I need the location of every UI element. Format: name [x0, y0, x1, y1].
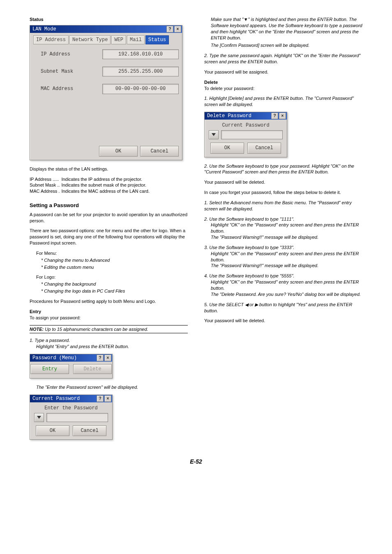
password-input[interactable] [221, 130, 283, 139]
delete-password-dialog: Delete Password ? × Current Password OK … [204, 112, 287, 157]
delete-password-title: Delete Password [207, 113, 271, 119]
menu-item-2: Editing the custom menu [44, 265, 94, 270]
current-password-dialog: Current Password ? × Enter the Password … [30, 395, 113, 440]
forgot-step-3: 3. Use the Software keyboard to type "33… [204, 245, 362, 269]
password-input[interactable] [46, 413, 108, 422]
note-box: NOTE: Up to 15 alphanumeric characters c… [30, 325, 188, 334]
entry-heading: Entry [30, 309, 188, 315]
lan-mode-ok-button[interactable]: OK [99, 146, 138, 157]
close-icon[interactable]: × [174, 26, 181, 32]
status-heading: Status [30, 16, 188, 23]
setting-password-heading: Setting a Password [30, 202, 188, 209]
lan-mode-dialog: LAN Mode ? × IP Address Network Type WEP… [30, 25, 182, 160]
ip-address-key: IP Address ..... [30, 176, 61, 182]
entry-button[interactable]: Entry [30, 364, 69, 374]
tab-ip-address[interactable]: IP Address [33, 35, 69, 44]
logo-item-1: Changing the background [44, 282, 96, 286]
lan-mode-title: LAN Mode [32, 26, 166, 32]
tab-mail[interactable]: Mail [127, 35, 145, 44]
subnet-mask-text: Indicates the subnet mask of the project… [61, 182, 150, 188]
ok-button[interactable]: OK [36, 425, 69, 436]
password-desc-1: A password can be set for your projector… [30, 212, 188, 224]
delete-intro: To delete your password: [204, 85, 362, 92]
mac-address-label: MAC Address [33, 85, 102, 92]
tab-wep[interactable]: WEP [111, 35, 126, 44]
help-icon[interactable]: ? [166, 26, 173, 32]
password-desc-3: Procedures for Password setting apply to… [30, 298, 188, 305]
close-icon[interactable]: × [104, 355, 111, 361]
help-icon[interactable]: ? [97, 395, 104, 402]
current-password-label: Current Password [205, 120, 287, 129]
logo-item-2: Changing the logo data in PC Card Files [44, 289, 125, 293]
forgot-step-5: 5. Use the SELECT ◀ or ▶ button to highl… [204, 302, 362, 314]
assigned-text: Your password will be assigned. [204, 69, 362, 75]
ok-button[interactable]: OK [210, 143, 244, 153]
delete-heading: Delete [204, 79, 362, 85]
ip-address-text: Indicates the IP address of the projecto… [61, 176, 150, 182]
right-p1: Make sure that "▼" is highlighted and th… [211, 16, 362, 41]
tab-status[interactable]: Status [145, 35, 169, 44]
help-icon[interactable]: ? [97, 355, 104, 361]
current-password-title: Current Password [32, 395, 97, 402]
lan-mode-titlebar: LAN Mode ? × [30, 25, 182, 33]
menu-item-1: Changing the menu to Advanced [44, 258, 110, 263]
entry-intro: To assign your password: [30, 315, 188, 321]
enter-password-label: Enter the Password [30, 402, 112, 411]
mac-address-key: MAC Address . [30, 188, 61, 194]
tab-network-type[interactable]: Network Type [69, 35, 111, 44]
lan-mode-tabs: IP Address Network Type WEP Mail Status [33, 35, 179, 44]
for-menu-label: For Menu: [36, 250, 188, 256]
close-icon[interactable]: × [279, 113, 286, 119]
subnet-mask-value: 255.255.255.000 [102, 67, 179, 76]
lan-mode-cancel-button[interactable]: Cancel [140, 146, 179, 157]
right-p1b: The [Confirm Password] screen will be di… [211, 42, 362, 48]
right-step2: 2. Type the same password again. Highlig… [204, 53, 362, 65]
keyboard-toggle-button[interactable] [209, 130, 219, 139]
mac-address-text: Indicates the MAC address of the LAN car… [61, 188, 150, 194]
after-dlg1-text: The "Enter the Password screen" will be … [36, 384, 188, 390]
entry-step-1a: 1. Type a password. [30, 337, 188, 344]
ip-address-label: IP Address [33, 51, 102, 58]
cancel-button[interactable]: Cancel [73, 425, 106, 436]
cancel-button[interactable]: Cancel [247, 143, 281, 153]
keyboard-toggle-button[interactable] [34, 413, 44, 422]
delete-button[interactable]: Delete [73, 364, 112, 374]
note-text: Up to 15 alphanumeric characters can be … [44, 327, 148, 332]
forgot-step-1: 1. Select the Advanced menu from the Bas… [204, 200, 362, 212]
note-label: NOTE: [30, 327, 44, 332]
close-icon[interactable]: × [104, 395, 111, 402]
deleted-text: Your password will be deleted. [204, 179, 362, 185]
password-menu-title: Password (Menu) [32, 355, 97, 361]
ip-address-value: 192.168.010.010 [102, 49, 179, 59]
forgot-step-2: 2. Use the Software keyboard to type "11… [204, 216, 362, 240]
for-logo-label: For Logo: [36, 274, 188, 280]
deleted-text-2: Your password will be deleted. [204, 318, 362, 324]
forgot-step-4: 4. Use the Software keyboard to type "55… [204, 273, 362, 297]
subnet-mask-label: Subnet Mask [33, 68, 102, 75]
subnet-mask-key: Subnet Mask .. [30, 182, 61, 188]
forgot-intro: In case you forget your password, follow… [204, 189, 362, 196]
password-desc-2: There are two password options: one for … [30, 228, 188, 246]
password-menu-dialog: Password (Menu) ? × Entry Delete [30, 354, 113, 379]
mac-address-value: 00-00-00-00-00-00 [102, 84, 179, 94]
page-number: E-52 [30, 458, 362, 466]
status-desc: Displays the status of the LAN settings. [30, 166, 188, 172]
help-icon[interactable]: ? [271, 113, 278, 119]
del-step-1: 1. Highlight [Delete] and press the ENTE… [204, 95, 362, 108]
del-step-2: 2. Use the Software keyboard to type you… [204, 163, 362, 175]
entry-step-1b: Highlight "Entry" and press the ENTER bu… [36, 344, 188, 350]
